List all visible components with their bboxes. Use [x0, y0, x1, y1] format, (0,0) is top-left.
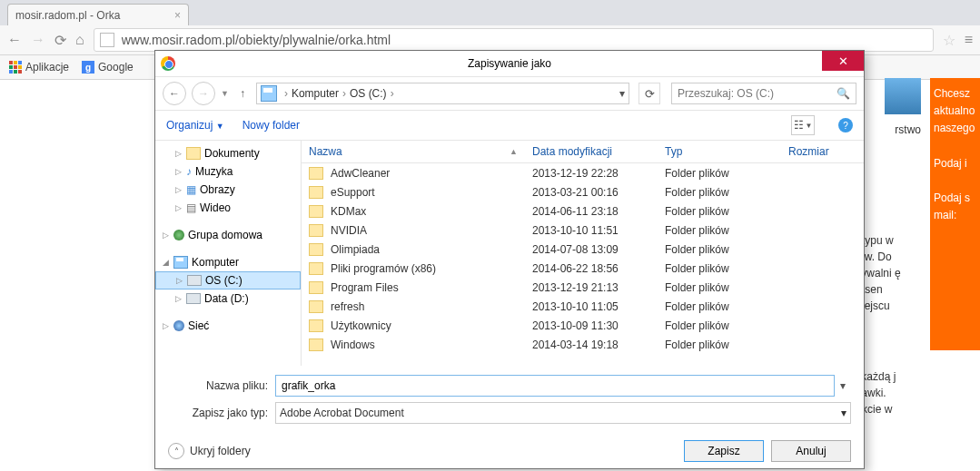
list-item[interactable]: eSupport2013-03-21 00:16Folder plików: [302, 182, 864, 201]
file-type: Folder plików: [658, 186, 781, 199]
file-date: 2013-10-10 11:05: [525, 300, 658, 313]
file-date: 2013-12-19 22:28: [525, 167, 658, 180]
close-tab-icon[interactable]: ×: [174, 9, 181, 22]
file-name: Olimpiada: [331, 243, 380, 256]
thumbnail-image: [885, 78, 921, 114]
file-type: Folder plików: [658, 339, 781, 351]
apps-icon: [9, 61, 22, 74]
file-date: 2013-10-10 11:51: [525, 224, 658, 237]
folder-icon: [309, 205, 323, 218]
filename-dropdown-icon[interactable]: ▾: [835, 379, 851, 392]
crumb-computer[interactable]: Komputer: [292, 87, 339, 100]
folder-icon: [309, 281, 323, 294]
file-date: 2013-10-09 11:30: [525, 319, 658, 332]
file-date: 2014-06-11 23:18: [525, 205, 658, 218]
file-type: Folder plików: [658, 300, 781, 313]
search-placeholder: Przeszukaj: OS (C:): [678, 87, 774, 100]
chevron-up-icon: ˄: [168, 443, 184, 459]
folder-icon: [309, 243, 323, 256]
col-name[interactable]: Nazwa: [309, 145, 342, 158]
filetype-label: Zapisz jako typ:: [168, 407, 275, 419]
file-type: Folder plików: [658, 262, 781, 275]
file-date: 2014-06-22 18:56: [525, 262, 658, 275]
file-name: NVIDIA: [331, 224, 367, 237]
help-button[interactable]: ?: [838, 118, 853, 132]
menu-icon[interactable]: ≡: [965, 32, 973, 48]
file-type: Folder plików: [658, 243, 781, 256]
dropdown-icon: ▾: [841, 407, 846, 419]
tree-drive-d[interactable]: ▷Data (D:): [155, 289, 301, 308]
col-date[interactable]: Data modyfikacji: [525, 145, 658, 158]
filetype-select[interactable]: Adobe Acrobat Document ▾: [275, 402, 851, 424]
tree-music[interactable]: ▷♪Muzyka: [155, 162, 301, 181]
col-type[interactable]: Typ: [658, 145, 781, 158]
breadcrumb[interactable]: › Komputer › OS (C:) › ▾: [256, 83, 629, 104]
new-folder-button[interactable]: Nowy folder: [243, 119, 300, 132]
browser-tab[interactable]: mosir.radom.pl - Orka ×: [7, 4, 189, 25]
list-item[interactable]: Program Files2013-12-19 21:13Folder plik…: [302, 278, 864, 297]
search-box[interactable]: Przeszukaj: OS (C:) 🔍: [671, 83, 856, 104]
tree-drive-c[interactable]: ▷OS (C:): [155, 271, 301, 289]
crumb-dropdown-icon[interactable]: ▾: [619, 87, 625, 100]
tree-pictures[interactable]: ▷▦Obrazy: [155, 181, 301, 199]
tree-documents[interactable]: ▷Dokumenty: [155, 144, 301, 162]
list-item[interactable]: KDMax2014-06-11 23:18Folder plików: [302, 201, 864, 221]
folder-icon: [309, 224, 323, 237]
file-type: Folder plików: [658, 224, 781, 237]
cancel-button[interactable]: Anuluj: [771, 440, 851, 462]
nav-back-button[interactable]: ←: [163, 82, 186, 105]
forward-icon: →: [31, 32, 45, 48]
filename-input[interactable]: [275, 375, 835, 397]
sidebar-panel: Chcesz aktualno naszego Podaj i Podaj s …: [930, 78, 980, 350]
list-item[interactable]: Windows2014-03-14 19:18Folder plików: [302, 335, 864, 354]
tree-homegroup[interactable]: ▷Grupa domowa: [155, 226, 301, 244]
tree-video[interactable]: ▷▤Wideo: [155, 199, 301, 217]
crumb-drive[interactable]: OS (C:): [350, 87, 387, 100]
list-item[interactable]: Olimpiada2014-07-08 13:09Folder plików: [302, 240, 864, 259]
list-item[interactable]: AdwCleaner2013-12-19 22:28Folder plików: [302, 163, 864, 182]
organize-menu[interactable]: Organizuj ▼: [166, 119, 224, 132]
folder-icon: [309, 262, 323, 275]
list-item[interactable]: NVIDIA2013-10-10 11:51Folder plików: [302, 221, 864, 240]
file-date: 2013-12-19 21:13: [525, 281, 658, 294]
computer-icon: [261, 85, 277, 102]
nav-forward-button: →: [192, 82, 215, 105]
view-options-button[interactable]: ☷▼: [791, 115, 815, 135]
save-button[interactable]: Zapisz: [684, 440, 764, 462]
refresh-button[interactable]: ⟳: [638, 83, 660, 104]
tree-computer[interactable]: ◢Komputer: [155, 253, 301, 271]
address-bar[interactable]: [94, 28, 934, 52]
url-input[interactable]: [120, 32, 927, 48]
bookmark-star-icon[interactable]: ☆: [943, 32, 955, 49]
file-date: 2014-03-14 19:18: [525, 339, 658, 351]
folder-icon: [309, 339, 323, 351]
back-icon[interactable]: ←: [7, 32, 22, 48]
list-item[interactable]: Użytkownicy2013-10-09 11:30Folder plików: [302, 316, 864, 335]
dialog-toolbar: Organizuj ▼ Nowy folder ☷▼ ?: [155, 111, 864, 141]
apps-shortcut[interactable]: Aplikacje: [9, 61, 69, 74]
folder-tree[interactable]: ▷Dokumenty ▷♪Muzyka ▷▦Obrazy ▷▤Wideo ▷Gr…: [155, 141, 302, 366]
hide-folders-toggle[interactable]: ˄ Ukryj foldery: [168, 443, 251, 459]
bookmark-google[interactable]: g Google: [82, 61, 134, 74]
browser-tabstrip: mosir.radom.pl - Orka ×: [0, 0, 980, 25]
folder-icon: [309, 186, 323, 199]
dialog-title: Zapisywanie jako: [468, 57, 551, 70]
tree-network[interactable]: ▷Sieć: [155, 317, 301, 335]
file-type: Folder plików: [658, 205, 781, 218]
list-header[interactable]: Nazwa▲ Data modyfikacji Typ Rozmiar: [302, 141, 864, 163]
nav-up-button[interactable]: ↑: [234, 87, 251, 100]
home-icon[interactable]: ⌂: [75, 32, 84, 48]
dialog-nav-row: ← → ▼ ↑ › Komputer › OS (C:) › ▾ ⟳ Przes…: [155, 77, 864, 111]
reload-icon[interactable]: ⟳: [54, 32, 66, 49]
col-size[interactable]: Rozmiar: [781, 145, 859, 158]
close-button[interactable]: ✕: [822, 51, 864, 71]
save-as-dialog: Zapisywanie jako ✕ ← → ▼ ↑ › Komputer › …: [154, 50, 865, 469]
file-date: 2014-07-08 13:09: [525, 243, 658, 256]
file-list[interactable]: Nazwa▲ Data modyfikacji Typ Rozmiar AdwC…: [302, 141, 864, 366]
list-item[interactable]: Pliki programów (x86)2014-06-22 18:56Fol…: [302, 259, 864, 278]
google-icon: g: [82, 61, 94, 74]
list-item[interactable]: refresh2013-10-10 11:05Folder plików: [302, 297, 864, 316]
file-date: 2013-03-21 00:16: [525, 186, 658, 199]
file-name: Użytkownicy: [331, 319, 391, 332]
file-name: KDMax: [331, 205, 366, 218]
